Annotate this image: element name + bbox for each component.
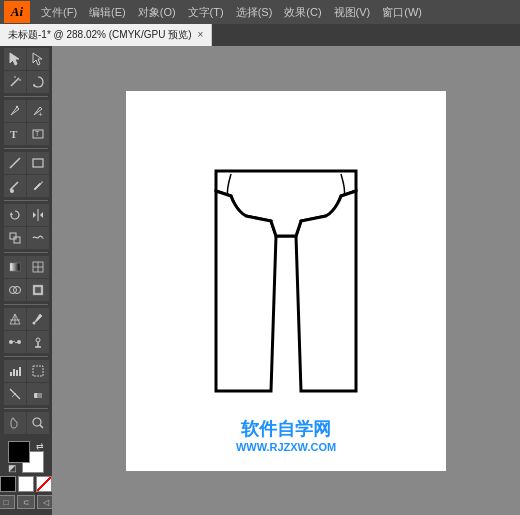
svg-text:T: T — [10, 128, 18, 140]
menu-object[interactable]: 对象(O) — [133, 3, 181, 22]
lasso-tool[interactable] — [27, 71, 49, 93]
tab-close-button[interactable]: × — [198, 30, 204, 40]
tool-row-gradient — [4, 256, 49, 278]
tool-row-selection — [4, 48, 49, 70]
area-type-tool[interactable]: T — [27, 123, 49, 145]
document-tab[interactable]: 未标题-1* @ 288.02% (CMYK/GPU 预览) × — [0, 24, 212, 46]
perspective-grid-tool[interactable] — [4, 308, 26, 330]
tool-row-shapebuilder — [4, 279, 49, 301]
separator-3 — [4, 200, 48, 201]
gradient-tool[interactable] — [4, 256, 26, 278]
fill-swatch[interactable] — [0, 476, 16, 492]
menu-bar: 文件(F) 编辑(E) 对象(O) 文字(T) 选择(S) 效果(C) 视图(V… — [36, 3, 516, 22]
menu-effect[interactable]: 效果(C) — [279, 3, 326, 22]
normal-mode-button[interactable]: □ — [0, 495, 15, 509]
svg-rect-18 — [14, 237, 20, 243]
reset-colors-button[interactable]: ◩ — [8, 463, 17, 473]
svg-point-32 — [36, 338, 40, 342]
pants-illustration — [196, 161, 376, 401]
tool-row-perspective — [4, 308, 49, 330]
foreground-color-swatch[interactable] — [8, 441, 30, 463]
tool-row-sliceerase — [4, 383, 49, 405]
svg-rect-26 — [35, 287, 41, 293]
separator-7 — [4, 408, 48, 409]
scale-tool[interactable] — [4, 227, 26, 249]
svg-rect-11 — [33, 159, 43, 167]
eraser-tool[interactable] — [27, 383, 49, 405]
watermark-sub-text: WWW.RJZXW.COM — [236, 441, 336, 453]
watermark-main-text: 软件自学网 — [236, 417, 336, 441]
tool-row-shapes — [4, 152, 49, 174]
hand-tool[interactable] — [4, 412, 26, 434]
paintbrush-tool[interactable] — [4, 175, 26, 197]
tool-row-brush — [4, 175, 49, 197]
selection-tool[interactable] — [4, 48, 26, 70]
tool-row-blend — [4, 331, 49, 353]
stroke-swatch[interactable] — [18, 476, 34, 492]
canvas-area: 软件自学网 WWW.RJZXW.COM — [52, 46, 520, 515]
svg-rect-39 — [33, 366, 43, 376]
foreground-background-colors[interactable]: ⇄ ◩ — [8, 441, 44, 473]
pencil-tool[interactable] — [27, 175, 49, 197]
tool-row-magic — [4, 71, 49, 93]
symbol-sprayer-tool[interactable] — [27, 331, 49, 353]
menu-view[interactable]: 视图(V) — [329, 3, 376, 22]
stroke-fill-row — [0, 476, 52, 492]
zoom-tool[interactable] — [27, 412, 49, 434]
pen-tool[interactable] — [4, 100, 26, 122]
rectangle-tool[interactable] — [27, 152, 49, 174]
color-section: ⇄ ◩ □ ⊂ ◁ — [0, 437, 52, 513]
warp-tool[interactable] — [27, 227, 49, 249]
svg-rect-17 — [10, 233, 16, 239]
reflect-tool[interactable] — [27, 204, 49, 226]
swap-colors-button[interactable]: ⇄ — [36, 441, 44, 451]
live-paint-tool[interactable] — [27, 279, 49, 301]
column-graph-tool[interactable] — [4, 360, 26, 382]
line-segment-tool[interactable] — [4, 152, 26, 174]
tool-row-pen: + — [4, 100, 49, 122]
svg-rect-35 — [10, 372, 12, 376]
tool-row-graph — [4, 360, 49, 382]
tool-row-type: T T — [4, 123, 49, 145]
svg-rect-38 — [19, 367, 21, 376]
separator-2 — [4, 148, 48, 149]
mesh-tool[interactable] — [27, 256, 49, 278]
svg-marker-16 — [40, 212, 43, 218]
svg-marker-15 — [33, 212, 36, 218]
blend-tool[interactable] — [4, 331, 26, 353]
svg-line-2 — [11, 78, 19, 86]
magic-wand-tool[interactable] — [4, 71, 26, 93]
drawing-mode-row: □ ⊂ ◁ — [0, 495, 52, 509]
svg-text:+: + — [38, 110, 43, 118]
menu-type[interactable]: 文字(T) — [183, 3, 229, 22]
title-bar: Ai 文件(F) 编辑(E) 对象(O) 文字(T) 选择(S) 效果(C) 视… — [0, 0, 520, 24]
none-swatch[interactable] — [36, 476, 52, 492]
separator-1 — [4, 96, 48, 97]
draw-inside-button[interactable]: ⊂ — [17, 495, 35, 509]
main-layout: + T T — [0, 46, 520, 515]
menu-select[interactable]: 选择(S) — [231, 3, 278, 22]
shape-builder-tool[interactable] — [4, 279, 26, 301]
separator-6 — [4, 356, 48, 357]
svg-marker-13 — [10, 212, 13, 215]
svg-line-45 — [40, 425, 43, 428]
menu-edit[interactable]: 编辑(E) — [84, 3, 131, 22]
draw-behind-button[interactable]: ◁ — [37, 495, 52, 509]
direct-selection-tool[interactable] — [27, 48, 49, 70]
svg-rect-43 — [37, 393, 42, 398]
artboard-tool[interactable] — [27, 360, 49, 382]
type-tool[interactable]: T — [4, 123, 26, 145]
slice-tool[interactable] — [4, 383, 26, 405]
svg-point-5 — [15, 106, 17, 108]
rotate-tool[interactable] — [4, 204, 26, 226]
separator-5 — [4, 304, 48, 305]
svg-point-12 — [10, 189, 14, 193]
menu-window[interactable]: 窗口(W) — [377, 3, 427, 22]
svg-point-30 — [9, 340, 13, 344]
svg-line-10 — [10, 158, 20, 168]
add-anchor-tool[interactable]: + — [27, 100, 49, 122]
svg-point-29 — [32, 322, 35, 325]
menu-file[interactable]: 文件(F) — [36, 3, 82, 22]
eyedropper-tool[interactable] — [27, 308, 49, 330]
svg-marker-0 — [10, 53, 19, 65]
